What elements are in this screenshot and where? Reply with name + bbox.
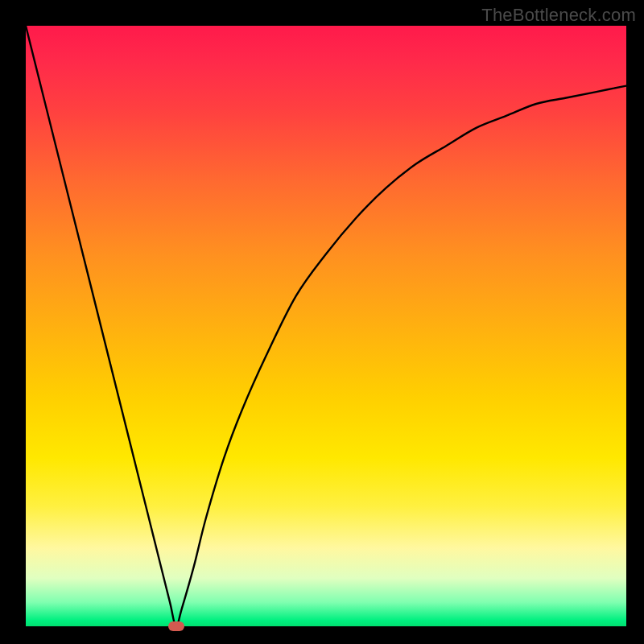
watermark-text: TheBottleneck.com [481,5,636,26]
bottleneck-curve [26,26,626,626]
plot-area [26,26,626,626]
chart-frame: TheBottleneck.com [0,0,644,644]
minimum-marker [168,621,184,631]
